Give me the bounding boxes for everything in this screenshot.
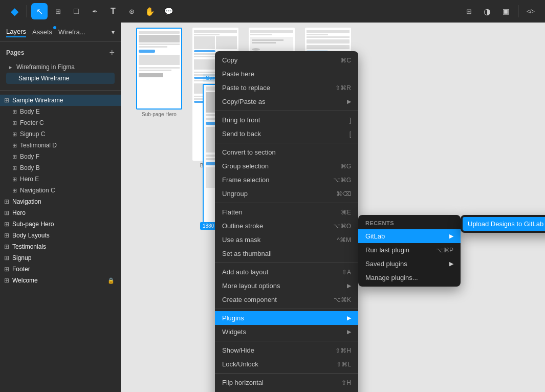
send-to-back-menu-item[interactable]: Send to back [ <box>215 127 358 141</box>
body-layouts-label: Body Layouts <box>12 232 50 239</box>
flip-vertical-menu-item[interactable]: Flip vertical ⇧V <box>215 389 358 392</box>
testimonial-d-layer[interactable]: ⊞ Testimonial D <box>0 140 121 151</box>
saved-plugins-item[interactable]: Saved plugins ▶ <box>358 257 461 271</box>
group-icon: ⊞ <box>4 254 9 262</box>
add-page-button[interactable]: + <box>109 48 115 57</box>
fill-button[interactable]: ▣ <box>497 3 514 19</box>
pages-title: Pages <box>6 49 24 56</box>
welcome-layer[interactable]: ⊞ Welcome 🔒 <box>0 275 121 286</box>
testimonial-d-label: Testimonial D <box>20 142 57 149</box>
flatten-shortcut: ⌘E <box>341 209 351 216</box>
layers-tab[interactable]: Layers <box>6 27 26 37</box>
body-layouts-group-layer[interactable]: ⊞ Body Layouts <box>0 230 121 241</box>
frame-icon: ⊞ <box>12 120 17 126</box>
show-hide-label: Show/Hide <box>222 346 254 354</box>
plugins-label: Plugins <box>222 314 244 322</box>
component-tool-button[interactable]: ⊛ <box>123 3 140 19</box>
footer-c-label: Footer C <box>20 119 44 126</box>
manage-plugins-item[interactable]: Manage plugins... <box>358 271 461 285</box>
bring-to-front-label: Bring to front <box>222 116 260 124</box>
add-auto-layout-menu-item[interactable]: Add auto layout ⇧A <box>215 265 358 279</box>
text-tool-button[interactable]: T <box>105 3 121 19</box>
lock-icon: 🔒 <box>107 277 115 284</box>
body-b-layer[interactable]: ⊞ Body B <box>0 162 121 173</box>
paste-here-label: Paste here <box>222 70 254 78</box>
flip-horizontal-menu-item[interactable]: Flip horizontal ⇧H <box>215 376 358 389</box>
convert-section-menu-item[interactable]: Convert to section <box>215 145 358 159</box>
group-icon: ⊞ <box>4 243 9 250</box>
sample-wireframe-page-item[interactable]: Sample Wireframe <box>6 73 115 84</box>
assets-dot <box>53 26 56 29</box>
group-selection-menu-item[interactable]: Group selection ⌘G <box>215 159 358 173</box>
group-icon: ⊞ <box>4 209 9 216</box>
run-last-plugin-item[interactable]: Run last plugin ⌥⌘P <box>358 243 461 257</box>
frame-icon: ⊞ <box>4 97 9 104</box>
ungroup-shortcut: ⌘⌫ <box>336 190 351 198</box>
copy-paste-as-menu-item[interactable]: Copy/Paste as ▶ <box>215 95 358 108</box>
hero-e-layer[interactable]: ⊞ Hero E <box>0 173 121 185</box>
group-icon: ⊞ <box>4 266 9 273</box>
upload-designs-item[interactable]: Upload Designs to GitLab <box>463 217 545 231</box>
contrast-button[interactable]: ◑ <box>479 3 495 19</box>
widgets-menu-item[interactable]: Widgets ▶ <box>215 325 358 339</box>
paste-here-menu-item[interactable]: Paste here <box>215 67 358 81</box>
plugins-menu-item[interactable]: Plugins ▶ <box>215 311 358 325</box>
wirefra-tab[interactable]: Wirefra... <box>58 27 85 37</box>
testimonials-label: Testimonials <box>12 243 46 250</box>
code-button[interactable]: </> <box>522 3 539 19</box>
group-icon: ⊞ <box>4 221 9 228</box>
auto-layout-shortcut: ⇧A <box>342 269 351 276</box>
footer-c-layer[interactable]: ⊞ Footer C <box>0 117 121 128</box>
select-tool-button[interactable]: ↖ <box>31 3 48 19</box>
assets-tab[interactable]: Assets <box>32 27 52 37</box>
body-f-layer[interactable]: ⊞ Body F <box>0 151 121 162</box>
lock-unlock-menu-item[interactable]: Lock/Unlock ⇧⌘L <box>215 357 358 371</box>
flatten-menu-item[interactable]: Flatten ⌘E <box>215 205 358 219</box>
navigation-group-layer[interactable]: ⊞ Navigation <box>0 196 121 207</box>
body-e-layer[interactable]: ⊞ Body E <box>0 106 121 117</box>
run-last-label: Run last plugin <box>365 246 409 254</box>
frame-tool-button[interactable]: ⊞ <box>50 3 66 19</box>
more-layout-menu-item[interactable]: More layout options ▶ <box>215 279 358 293</box>
frame-icon: ⊞ <box>12 154 17 160</box>
testimonials-group-layer[interactable]: ⊞ Testimonials <box>0 241 121 252</box>
navigation-c-layer[interactable]: ⊞ Navigation C <box>0 185 121 196</box>
hand-tool-button[interactable]: ✋ <box>142 3 158 19</box>
set-thumbnail-menu-item[interactable]: Set as thumbnail <box>215 247 358 260</box>
more-layout-label: More layout options <box>222 282 280 290</box>
comment-tool-button[interactable]: 💬 <box>160 3 177 19</box>
sample-wireframe-layer[interactable]: ⊞ Sample Wireframe <box>0 95 121 106</box>
use-as-mask-menu-item[interactable]: Use as mask ^⌘M <box>215 233 358 247</box>
grid-display-button[interactable]: ⊞ <box>461 3 477 19</box>
show-hide-menu-item[interactable]: Show/Hide ⇧⌘H <box>215 343 358 357</box>
frame-selection-menu-item[interactable]: Frame selection ⌥⌘G <box>215 173 358 187</box>
create-component-menu-item[interactable]: Create component ⌥⌘K <box>215 293 358 307</box>
left-panel: Layers Assets Wirefra... ▾ Pages + ▸ Wir… <box>0 23 121 392</box>
sub-page-hero-group-layer[interactable]: ⊞ Sub-page Hero <box>0 219 121 230</box>
signup-label: Signup <box>12 254 31 262</box>
bring-to-front-menu-item[interactable]: Bring to front ] <box>215 113 358 127</box>
navigation-c-label: Navigation C <box>20 187 55 194</box>
signup-group-layer[interactable]: ⊞ Signup <box>0 252 121 264</box>
run-last-shortcut: ⌥⌘P <box>436 247 453 254</box>
outline-stroke-menu-item[interactable]: Outline stroke ⌥⌘O <box>215 219 358 233</box>
copy-menu-item[interactable]: Copy ⌘C <box>215 53 358 67</box>
hero-group-layer[interactable]: ⊞ Hero <box>0 207 121 219</box>
ungroup-menu-item[interactable]: Ungroup ⌘⌫ <box>215 187 358 201</box>
manage-plugins-label: Manage plugins... <box>365 274 418 281</box>
saved-plugins-arrow-icon: ▶ <box>449 260 453 267</box>
wireframing-page-item[interactable]: ▸ Wireframing in Figma <box>6 61 115 73</box>
figma-menu-button[interactable]: ◆ <box>6 3 23 19</box>
pen-tool-button[interactable]: ✒ <box>86 3 103 19</box>
sample-wireframe-page-label: Sample Wireframe <box>18 75 69 82</box>
paste-to-replace-menu-item[interactable]: Paste to replace ⇧⌘R <box>215 81 358 95</box>
signup-c-layer[interactable]: ⊞ Signup C <box>0 128 121 140</box>
lock-shortcut: ⇧⌘L <box>336 361 351 368</box>
gitlab-submenu-item[interactable]: GitLab ▶ <box>358 229 461 243</box>
panel-dropdown-button[interactable]: ▾ <box>112 29 115 36</box>
shape-tool-button[interactable]: □ <box>68 3 84 19</box>
panel-tabs: Layers Assets Wirefra... ▾ <box>0 23 121 42</box>
ungroup-label: Ungroup <box>222 190 248 198</box>
create-component-label: Create component <box>222 296 277 303</box>
footer-group-layer[interactable]: ⊞ Footer <box>0 264 121 275</box>
